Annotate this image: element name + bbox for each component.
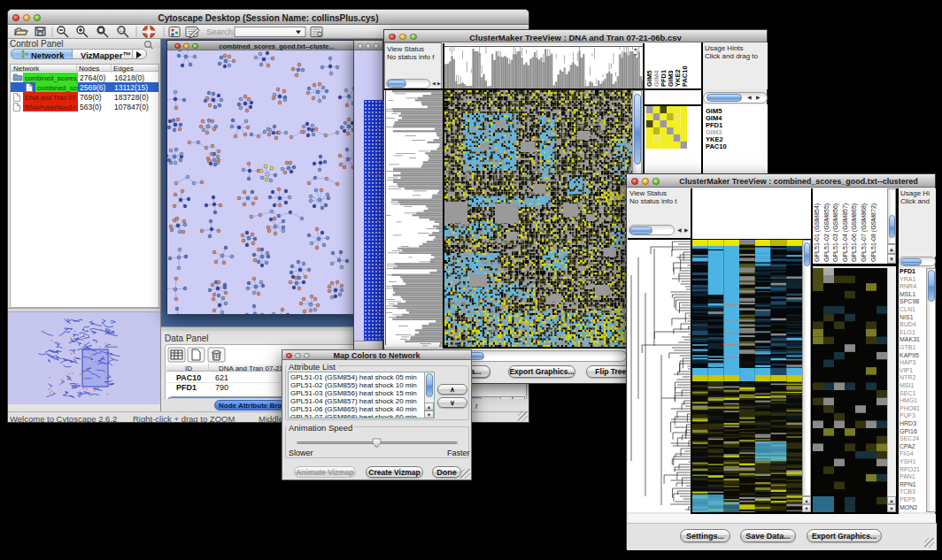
svg-text:1:1: 1:1 — [119, 28, 125, 33]
svg-text:GPL51-04 (GSM857): GPL51-04 (GSM857) — [842, 203, 849, 262]
svg-text:GPL51-01 (GSM854): GPL51-01 (GSM854) — [814, 203, 821, 262]
svg-text:GPL51-07 (GSM868): GPL51-07 (GSM868) — [861, 203, 868, 262]
svg-text:Search:: Search: — [206, 27, 236, 36]
svg-text:GPL51-03 (GSM856): GPL51-03 (GSM856) — [832, 203, 839, 262]
svg-text:GPL51-02 (GSM855): GPL51-02 (GSM855) — [823, 203, 830, 262]
svg-text:GPL51-08 (GSM872): GPL51-08 (GSM872) — [870, 203, 877, 262]
svg-text:GPL51-06 (GSM865): GPL51-06 (GSM865) — [851, 203, 858, 262]
svg-text:PAC10: PAC10 — [681, 65, 689, 87]
